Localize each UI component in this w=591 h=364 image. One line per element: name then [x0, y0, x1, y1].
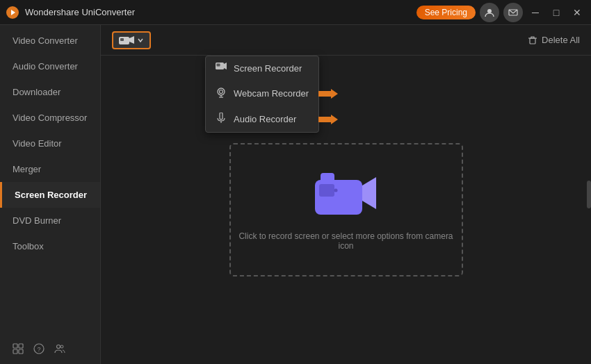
minimize-button[interactable]: ─ — [527, 4, 544, 21]
svg-rect-6 — [13, 349, 17, 354]
svg-point-2 — [487, 9, 492, 13]
dropdown-item-audio-recorder[interactable]: Audio Recorder — [206, 106, 318, 132]
dropdown-item-screen-recorder[interactable]: Screen Recorder — [206, 56, 318, 81]
titlebar-right: See Pricing ─ □ ✕ — [416, 3, 585, 22]
svg-point-11 — [60, 345, 63, 348]
main-layout: Video Converter Audio Converter Download… — [0, 25, 591, 364]
close-button[interactable]: ✕ — [569, 4, 585, 21]
sidebar-item-video-compressor[interactable]: Video Compressor — [0, 105, 100, 131]
chevron-down-icon — [137, 37, 144, 44]
app-logo — [6, 6, 19, 19]
delete-all-button[interactable]: Delete All — [528, 35, 580, 45]
titlebar-left: Wondershare UniConverter — [6, 6, 135, 19]
recorder-dropdown-button[interactable] — [112, 31, 151, 49]
mail-icon — [508, 8, 518, 17]
sidebar-item-screen-recorder[interactable]: Screen Recorder — [0, 182, 100, 208]
recording-area: Click to record screen or select more op… — [101, 56, 591, 364]
svg-rect-5 — [19, 344, 23, 348]
svg-point-30 — [334, 189, 337, 192]
svg-rect-28 — [321, 173, 334, 184]
svg-rect-15 — [530, 38, 535, 44]
content-toolbar: Delete All — [101, 25, 591, 56]
svg-point-21 — [220, 90, 223, 94]
titlebar: Wondershare UniConverter See Pricing ─ □… — [0, 0, 591, 25]
audio-arrow-indicator — [318, 113, 338, 126]
scroll-indicator — [587, 181, 591, 208]
sidebar-item-toolbox[interactable]: Toolbox — [0, 233, 100, 259]
svg-rect-7 — [19, 349, 23, 354]
screen-recorder-icon — [216, 63, 227, 74]
recorder-dropdown-menu: Screen Recorder Webcam Recorder — [205, 56, 319, 133]
svg-point-10 — [57, 345, 60, 349]
drop-zone-hint: Click to record screen or select more op… — [231, 231, 462, 251]
svg-marker-31 — [362, 177, 376, 209]
user-account-button[interactable] — [480, 3, 499, 22]
layout-icon[interactable] — [13, 343, 24, 357]
sidebar-item-video-editor[interactable]: Video Editor — [0, 131, 100, 156]
camera-placeholder-icon — [315, 169, 378, 217]
svg-text:?: ? — [38, 346, 41, 353]
sidebar-item-video-converter[interactable]: Video Converter — [0, 28, 100, 53]
drop-zone[interactable]: Click to record screen or select more op… — [229, 143, 463, 276]
svg-rect-4 — [13, 344, 17, 348]
maximize-button[interactable]: □ — [548, 4, 565, 21]
help-icon[interactable]: ? — [33, 343, 44, 357]
content-area: Delete All Screen Recorder — [101, 25, 591, 364]
sidebar-item-downloader[interactable]: Downloader — [0, 79, 100, 105]
see-pricing-button[interactable]: See Pricing — [416, 6, 476, 19]
trash-icon — [528, 35, 537, 45]
dropdown-item-webcam-recorder[interactable]: Webcam Recorder — [206, 81, 318, 106]
app-title: Wondershare UniConverter — [25, 7, 135, 17]
sidebar-bottom: ? — [0, 336, 100, 364]
webcam-arrow-indicator — [318, 88, 338, 100]
mail-button[interactable] — [503, 3, 523, 22]
svg-marker-24 — [318, 89, 338, 99]
audio-recorder-icon — [216, 113, 227, 126]
svg-rect-29 — [319, 184, 334, 197]
users-icon[interactable] — [54, 343, 65, 357]
sidebar-item-merger[interactable]: Merger — [0, 156, 100, 182]
svg-point-20 — [218, 88, 225, 95]
svg-marker-13 — [129, 36, 134, 44]
svg-marker-26 — [318, 115, 338, 124]
svg-marker-18 — [224, 63, 227, 69]
sidebar: Video Converter Audio Converter Download… — [0, 25, 101, 364]
sidebar-item-dvd-burner[interactable]: DVD Burner — [0, 208, 100, 233]
webcam-icon — [216, 87, 227, 100]
svg-rect-14 — [120, 38, 124, 41]
camera-icon — [119, 35, 134, 46]
svg-rect-19 — [217, 64, 220, 67]
sidebar-item-audio-converter[interactable]: Audio Converter — [0, 53, 100, 79]
user-icon — [485, 8, 494, 17]
